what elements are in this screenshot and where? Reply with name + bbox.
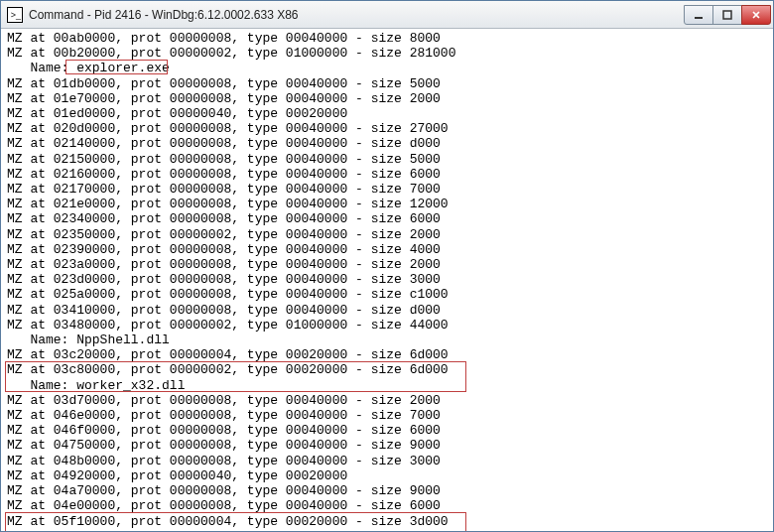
console-line: Name: explorer.exe (7, 61, 767, 75)
console-line: Name: vnc_x32.dll (7, 529, 767, 531)
console-line: MZ at 046f0000, prot 00000008, type 0004… (7, 423, 767, 438)
console-output[interactable]: MZ at 00ab0000, prot 00000008, type 0004… (1, 29, 773, 531)
titlebar[interactable]: >_ Command - Pid 2416 - WinDbg:6.12.0002… (1, 1, 773, 29)
console-line: MZ at 046e0000, prot 00000008, type 0004… (7, 408, 767, 423)
minimize-button[interactable] (684, 5, 713, 25)
console-line: MZ at 023d0000, prot 00000008, type 0004… (7, 272, 767, 287)
console-line: MZ at 03480000, prot 00000002, type 0100… (7, 318, 767, 332)
console-line: MZ at 04e00000, prot 00000008, type 0004… (7, 498, 767, 513)
console-line: MZ at 02160000, prot 00000008, type 0004… (7, 167, 767, 182)
console-line: MZ at 00ab0000, prot 00000008, type 0004… (7, 31, 767, 46)
console-line: MZ at 04a70000, prot 00000008, type 0004… (7, 483, 767, 498)
close-button[interactable] (741, 5, 771, 25)
app-icon: >_ (7, 7, 23, 23)
console-line: MZ at 02340000, prot 00000008, type 0004… (7, 211, 767, 226)
svg-rect-1 (723, 11, 731, 19)
console-line: MZ at 05f10000, prot 00000004, type 0002… (7, 514, 767, 529)
console-line: MZ at 02350000, prot 00000002, type 0004… (7, 227, 767, 242)
console-line: MZ at 01db0000, prot 00000008, type 0004… (7, 76, 767, 91)
console-line: MZ at 01ed0000, prot 00000040, type 0002… (7, 106, 767, 121)
console-line: MZ at 020d0000, prot 00000008, type 0004… (7, 121, 767, 136)
console-line: MZ at 01e70000, prot 00000008, type 0004… (7, 91, 767, 106)
console-line: MZ at 03c20000, prot 00000004, type 0002… (7, 347, 767, 362)
console-line: MZ at 023a0000, prot 00000008, type 0004… (7, 257, 767, 272)
console-line: MZ at 021e0000, prot 00000008, type 0004… (7, 197, 767, 211)
console-line: MZ at 04920000, prot 00000040, type 0002… (7, 468, 767, 483)
console-line: MZ at 04750000, prot 00000008, type 0004… (7, 438, 767, 453)
app-window: >_ Command - Pid 2416 - WinDbg:6.12.0002… (0, 0, 774, 532)
console-line: Name: NppShell.dll (7, 332, 767, 347)
window-controls (685, 5, 771, 25)
maximize-button[interactable] (712, 5, 742, 25)
console-line: MZ at 02150000, prot 00000008, type 0004… (7, 152, 767, 167)
svg-rect-0 (695, 17, 703, 19)
console-line: MZ at 02140000, prot 00000008, type 0004… (7, 136, 767, 151)
console-line: MZ at 00b20000, prot 00000002, type 0100… (7, 46, 767, 61)
console-line: MZ at 025a0000, prot 00000008, type 0004… (7, 287, 767, 302)
console-line: MZ at 03c80000, prot 00000002, type 0002… (7, 362, 767, 377)
console-line: MZ at 03410000, prot 00000008, type 0004… (7, 303, 767, 318)
window-title: Command - Pid 2416 - WinDbg:6.12.0002.63… (29, 8, 685, 22)
console-line: MZ at 02170000, prot 00000008, type 0004… (7, 182, 767, 197)
console-line: MZ at 03d70000, prot 00000008, type 0004… (7, 393, 767, 408)
console-line: MZ at 048b0000, prot 00000008, type 0004… (7, 454, 767, 468)
console-line: Name: worker_x32.dll (7, 378, 767, 393)
console-line: MZ at 02390000, prot 00000008, type 0004… (7, 242, 767, 257)
